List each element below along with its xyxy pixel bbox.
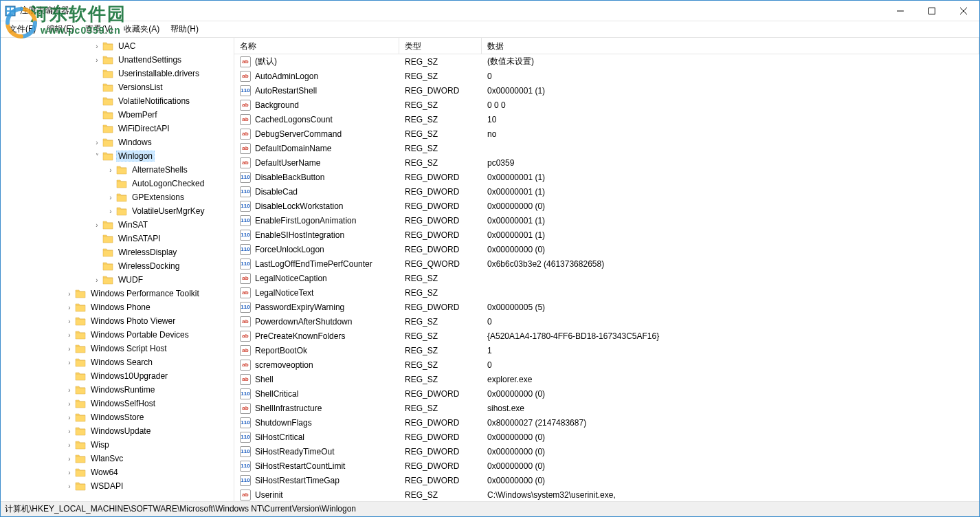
- expand-icon[interactable]: ›: [91, 139, 102, 146]
- expand-icon[interactable]: ›: [64, 469, 75, 476]
- expand-icon[interactable]: ›: [91, 221, 102, 229]
- tree-item[interactable]: ›Wow64: [2, 465, 234, 479]
- value-row[interactable]: abPowerdownAfterShutdownREG_SZ0: [234, 314, 979, 329]
- value-row[interactable]: 110ForceUnlockLogonREG_DWORD0x00000000 (…: [234, 242, 979, 256]
- value-row[interactable]: abLegalNoticeCaptionREG_SZ: [234, 271, 979, 285]
- tree-item[interactable]: ›WinSAT: [2, 218, 234, 232]
- value-row[interactable]: 110ShellCriticalREG_DWORD0x00000000 (0): [234, 386, 979, 401]
- value-row[interactable]: 110SiHostReadyTimeOutREG_DWORD0x00000000…: [234, 444, 979, 459]
- expand-icon[interactable]: ›: [91, 56, 102, 64]
- tree-item[interactable]: ›Windows Phone: [2, 300, 234, 314]
- value-row[interactable]: 110ShutdownFlagsREG_DWORD0x80000027 (214…: [234, 415, 979, 430]
- tree-item[interactable]: WinSATAPI: [2, 232, 234, 245]
- menu-file[interactable]: 文件(F): [3, 21, 41, 37]
- menu-view[interactable]: 查看(V): [80, 21, 118, 37]
- tree-item[interactable]: WiFiDirectAPI: [2, 122, 234, 135]
- tree-item[interactable]: ›GPExtensions: [2, 190, 234, 204]
- tree-item[interactable]: WirelessDocking: [2, 259, 234, 273]
- col-type[interactable]: 类型: [399, 38, 482, 54]
- value-row[interactable]: abDefaultUserNameREG_SZpc0359: [234, 155, 979, 170]
- tree-item[interactable]: ›AlternateShells: [2, 163, 234, 177]
- expand-icon[interactable]: ›: [64, 483, 75, 490]
- expand-icon[interactable]: ›: [64, 345, 75, 353]
- value-row[interactable]: 110PasswordExpiryWarningREG_DWORD0x00000…: [234, 300, 979, 314]
- value-row[interactable]: 110EnableSIHostIntegrationREG_DWORD0x000…: [234, 228, 979, 242]
- expand-icon[interactable]: ›: [64, 331, 75, 339]
- tree-item[interactable]: WbemPerf: [2, 108, 234, 122]
- value-row[interactable]: abShellInfrastructureREG_SZsihost.exe: [234, 401, 979, 415]
- value-row[interactable]: abLegalNoticeTextREG_SZ: [234, 285, 979, 300]
- tree-item[interactable]: ›Wisp: [2, 438, 234, 452]
- tree-item[interactable]: ›WindowsRuntime: [2, 383, 234, 397]
- value-row[interactable]: 110DisableBackButtonREG_DWORD0x00000001 …: [234, 170, 979, 184]
- value-row[interactable]: abAutoAdminLogonREG_SZ0: [234, 69, 979, 83]
- col-data[interactable]: 数据: [482, 38, 979, 54]
- tree-item[interactable]: ›WUDF: [2, 273, 234, 287]
- expand-icon[interactable]: ˅: [91, 153, 102, 160]
- tree-item[interactable]: ›Windows Photo Viewer: [2, 314, 234, 328]
- tree-item[interactable]: ›VolatileUserMgrKey: [2, 204, 234, 218]
- tree-item[interactable]: ›Windows Performance Toolkit: [2, 287, 234, 300]
- value-row[interactable]: 110SiHostRestartTimeGapREG_DWORD0x000000…: [234, 473, 979, 487]
- expand-icon[interactable]: ›: [64, 441, 75, 449]
- value-row[interactable]: 110SiHostRestartCountLimitREG_DWORD0x000…: [234, 459, 979, 473]
- values-panel[interactable]: 名称 类型 数据 ab(默认)REG_SZ(数值未设置)abAutoAdminL…: [234, 38, 979, 501]
- value-row[interactable]: abscremoveoptionREG_SZ0: [234, 358, 979, 372]
- tree-item[interactable]: ›WindowsSelfHost: [2, 397, 234, 410]
- expand-icon[interactable]: ›: [64, 414, 75, 421]
- value-row[interactable]: abBackgroundREG_SZ0 0 0: [234, 98, 979, 112]
- tree-item[interactable]: ›UAC: [2, 39, 234, 53]
- value-row[interactable]: abDebugServerCommandREG_SZno: [234, 126, 979, 141]
- tree-item[interactable]: ›Windows: [2, 135, 234, 149]
- value-row[interactable]: abDefaultDomainNameREG_SZ: [234, 141, 979, 155]
- value-row[interactable]: 110DisableCadREG_DWORD0x00000001 (1): [234, 184, 979, 199]
- value-row[interactable]: abPreCreateKnownFoldersREG_SZ{A520A1A4-1…: [234, 329, 979, 343]
- tree-item[interactable]: ˅Winlogon: [2, 149, 234, 163]
- value-row[interactable]: abUserinitREG_SZC:\Windows\system32\user…: [234, 487, 979, 501]
- value-row[interactable]: 110DisableLockWorkstationREG_DWORD0x0000…: [234, 199, 979, 213]
- tree-panel[interactable]: ›UAC›UnattendSettingsUserinstallable.dri…: [1, 38, 234, 501]
- tree-item[interactable]: VolatileNotifications: [2, 94, 234, 108]
- value-row[interactable]: 110LastLogOffEndTimePerfCounterREG_QWORD…: [234, 256, 979, 271]
- expand-icon[interactable]: ›: [91, 43, 102, 50]
- minimize-button[interactable]: [884, 1, 916, 21]
- tree-item[interactable]: ›Windows Portable Devices: [2, 328, 234, 342]
- expand-icon[interactable]: ›: [105, 166, 116, 174]
- expand-icon[interactable]: ›: [64, 304, 75, 311]
- value-row[interactable]: 110EnableFirstLogonAnimationREG_DWORD0x0…: [234, 213, 979, 228]
- tree-item[interactable]: WirelessDisplay: [2, 245, 234, 259]
- tree-item[interactable]: ›Windows Script Host: [2, 342, 234, 355]
- tree-item[interactable]: ›UnattendSettings: [2, 53, 234, 67]
- menu-edit[interactable]: 编辑(E): [41, 21, 80, 37]
- value-row[interactable]: abCachedLogonsCountREG_SZ10: [234, 112, 979, 126]
- tree-item[interactable]: ›Windows Search: [2, 355, 234, 369]
- tree-item[interactable]: AutoLogonChecked: [2, 177, 234, 190]
- expand-icon[interactable]: ›: [64, 318, 75, 325]
- expand-icon[interactable]: ›: [91, 276, 102, 284]
- tree-item[interactable]: ›WindowsUpdate: [2, 424, 234, 438]
- value-row[interactable]: 110SiHostCriticalREG_DWORD0x00000000 (0): [234, 430, 979, 444]
- tree-item[interactable]: VersionsList: [2, 80, 234, 94]
- titlebar[interactable]: 注册表编辑器: [1, 1, 979, 21]
- expand-icon[interactable]: ›: [105, 194, 116, 201]
- value-row[interactable]: ab(默认)REG_SZ(数值未设置): [234, 54, 979, 69]
- expand-icon[interactable]: ›: [64, 428, 75, 435]
- close-button[interactable]: [948, 1, 979, 21]
- tree-item[interactable]: ›WSDAPI: [2, 479, 234, 493]
- value-row[interactable]: abShellREG_SZexplorer.exe: [234, 372, 979, 386]
- expand-icon[interactable]: ›: [64, 290, 75, 298]
- tree-item[interactable]: Windows10Upgrader: [2, 369, 234, 383]
- tree-item[interactable]: ›WindowsStore: [2, 410, 234, 424]
- maximize-button[interactable]: [916, 1, 948, 21]
- col-name[interactable]: 名称: [234, 38, 399, 54]
- tree-item[interactable]: ›WlanSvc: [2, 452, 234, 465]
- expand-icon[interactable]: ›: [64, 400, 75, 408]
- expand-icon[interactable]: ›: [64, 386, 75, 394]
- menu-help[interactable]: 帮助(H): [165, 21, 204, 37]
- menu-favorites[interactable]: 收藏夹(A): [118, 21, 165, 37]
- value-row[interactable]: 110AutoRestartShellREG_DWORD0x00000001 (…: [234, 83, 979, 98]
- tree-item[interactable]: Userinstallable.drivers: [2, 67, 234, 80]
- expand-icon[interactable]: ›: [64, 455, 75, 463]
- value-row[interactable]: abReportBootOkREG_SZ1: [234, 343, 979, 358]
- expand-icon[interactable]: ›: [64, 359, 75, 366]
